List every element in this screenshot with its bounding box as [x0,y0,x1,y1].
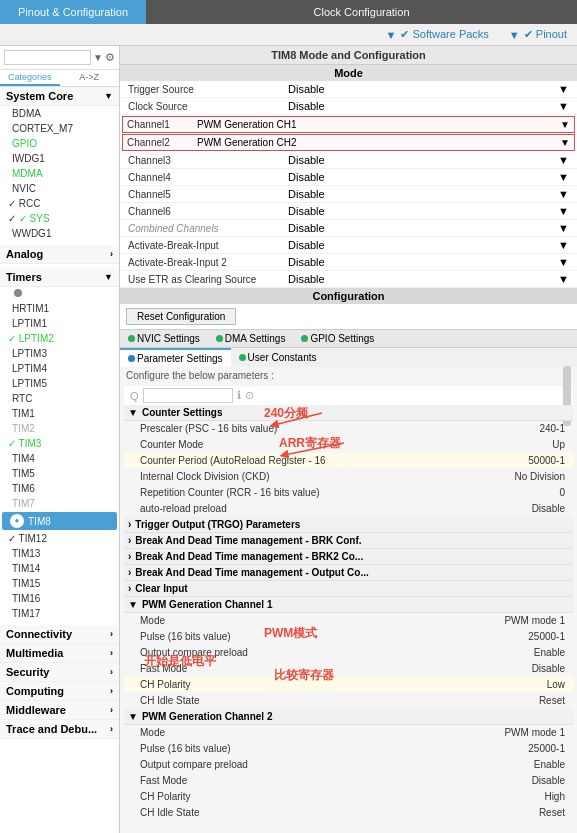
system-core-header[interactable]: System Core ▼ [0,87,119,106]
gear-icon[interactable]: ⚙ [105,51,115,64]
sidebar-item-rtc[interactable]: RTC [0,391,119,406]
tab-az[interactable]: A->Z [60,70,120,86]
mode-header: Mode [120,65,577,81]
security-header[interactable]: Security › [0,663,119,682]
trigger-output-header[interactable]: › Trigger Output (TRGO) Parameters [124,517,573,533]
pinout-item[interactable]: ▼ ✔ Pinout [509,28,567,41]
tab-nvic-settings[interactable]: NVIC Settings [120,330,208,347]
sidebar-item-iwdg1[interactable]: IWDG1 [0,151,119,166]
pwm-ch1-preload: Output compare preload Enable [124,645,573,661]
sidebar-item-lptim4[interactable]: LPTIM4 [0,361,119,376]
pwm-ch1-group: ▼ PWM Generation Channel 1 Mode PWM mode… [124,597,573,709]
info-icon: ℹ [237,389,241,402]
param-row-counter-period: Counter Period (AutoReload Register - 16… [124,453,573,469]
sidebar-item-gpio[interactable]: GPIO [0,136,119,151]
sidebar-item-tim5[interactable]: TIM5 [0,466,119,481]
counter-settings-header[interactable]: ▼ Counter Settings [124,405,573,421]
sidebar-item-lptim5[interactable]: LPTIM5 [0,376,119,391]
tab-categories[interactable]: Categories [0,70,60,86]
mode-rows: Trigger Source Disable ▼ Clock Source Di… [120,81,577,288]
computing-header[interactable]: Computing › [0,682,119,701]
sidebar-item-tim14[interactable]: TIM14 [0,561,119,576]
filter-icon: ⊙ [245,389,254,402]
analog-header[interactable]: Analog › [0,245,119,264]
param-row-prescaler: Prescaler (PSC - 16 bits value) 240-1 [124,421,573,437]
mode-row-trigger-source: Trigger Source Disable ▼ [120,81,577,98]
trace-debug-header[interactable]: Trace and Debu... › [0,720,119,739]
search-icon: Q [130,390,139,402]
mode-row-etr: Use ETR as Clearing Source Disable▼ [120,271,577,288]
param-search-input[interactable] [143,388,233,403]
mode-row-break1: Activate-Break-Input Disable▼ [120,237,577,254]
tab-dma-settings[interactable]: DMA Settings [208,330,294,347]
trigger-output-group: › Trigger Output (TRGO) Parameters [124,517,573,533]
content-area: TIM8 Mode and Configuration Mode Trigger… [120,46,577,833]
pwm-ch2-header[interactable]: ▼ PWM Generation Channel 2 [124,709,573,725]
sidebar-item-tim15[interactable]: TIM15 [0,576,119,591]
sidebar-item-bdma[interactable]: BDMA [0,106,119,121]
sidebar-item-nvic[interactable]: NVIC [0,181,119,196]
clock-config-tab[interactable]: Clock Configuration [146,0,577,24]
timers-header[interactable]: Timers ▼ [0,268,119,287]
sidebar-item-lptim3[interactable]: LPTIM3 [0,346,119,361]
mode-row-channel4: Channel4 Disable▼ [120,169,577,186]
mode-row-combined: Combined Channels Disable▼ [120,220,577,237]
sidebar-item-lptim2[interactable]: ✓ LPTIM2 [0,331,119,346]
brk2-conf-header[interactable]: › Break And Dead Time management - BRK2 … [124,549,573,565]
sidebar-item-tim13[interactable]: TIM13 [0,546,119,561]
sidebar-search-row: ▼ ⚙ [0,46,119,70]
sidebar-item-tim4[interactable]: TIM4 [0,451,119,466]
pwm-ch1-polarity: CH Polarity Low [124,677,573,693]
sidebar-search-input[interactable] [4,50,91,65]
counter-settings-group: ▼ Counter Settings Prescaler (PSC - 16 b… [124,405,573,517]
sidebar-item-tim6[interactable]: TIM6 [0,481,119,496]
sidebar-item-cortex[interactable]: CORTEX_M7 [0,121,119,136]
middleware-header[interactable]: Middleware › [0,701,119,720]
mode-row-break2: Activate-Break-Input 2 Disable▼ [120,254,577,271]
mode-row-channel2: Channel2 PWM Generation CH2 ▼ [122,134,575,151]
tab-parameter-settings[interactable]: Parameter Settings [120,348,231,367]
pwm-ch2-fast: Fast Mode Disable [124,773,573,789]
multimedia-header[interactable]: Multimedia › [0,644,119,663]
sidebar-item-tim1[interactable]: TIM1 [0,406,119,421]
search-dropdown-icon[interactable]: ▼ [93,52,103,63]
sidebar-item-rcc[interactable]: RCC [0,196,119,211]
sidebar-tab-bar: Categories A->Z [0,70,119,87]
brk-conf-header[interactable]: › Break And Dead Time management - BRK C… [124,533,573,549]
pwm-ch2-preload: Output compare preload Enable [124,757,573,773]
sidebar-item-sys[interactable]: ✓ SYS [0,211,119,226]
reset-config-button[interactable]: Reset Configuration [126,308,236,325]
sidebar-item-tim3[interactable]: ✓ TIM3 [0,436,119,451]
sidebar-item-tim17[interactable]: TIM17 [0,606,119,621]
pwm-ch2-pulse: Pulse (16 bits value) 25000-1 [124,741,573,757]
param-row-ckd: Internal Clock Division (CKD) No Divisio… [124,469,573,485]
sidebar-item-hrtim1[interactable]: HRTIM1 [0,301,119,316]
pinout-config-tab[interactable]: Pinout & Configuration [0,0,146,24]
output-co-header[interactable]: › Break And Dead Time management - Outpu… [124,565,573,581]
mode-section: Mode Trigger Source Disable ▼ Clock Sour [120,65,577,288]
pwm-ch1-pulse: Pulse (16 bits value) 25000-1 [124,629,573,645]
pwm-ch1-header[interactable]: ▼ PWM Generation Channel 1 [124,597,573,613]
mode-row-channel6: Channel6 Disable▼ [120,203,577,220]
config-section: Configuration Reset Configuration NVIC S… [120,288,577,833]
tab-user-constants[interactable]: User Constants [231,348,325,367]
sidebar-item-tim16[interactable]: TIM16 [0,591,119,606]
sidebar-item-wwdg1[interactable]: WWDG1 [0,226,119,241]
sidebar-item-tim7[interactable]: TIM7 [0,496,119,511]
mode-row-channel5: Channel5 Disable▼ [120,186,577,203]
software-packs-item[interactable]: ▼ ✔ Software Packs [385,28,488,41]
sidebar-item-tim2[interactable]: TIM2 [0,421,119,436]
sidebar-item-tim8[interactable]: ● TIM8 [2,512,117,530]
sidebar-item-mdma[interactable]: MDMA [0,166,119,181]
sidebar-item-tim12[interactable]: ✓ TIM12 [0,531,119,546]
clear-input-group: › Clear Input [124,581,573,597]
pwm-ch2-mode: Mode PWM mode 1 [124,725,573,741]
params-configure-header: Configure the below parameters : [120,367,577,384]
pwm-ch1-idle: CH Idle State Reset [124,693,573,709]
sidebar-item-lptim1[interactable]: LPTIM1 [0,316,119,331]
connectivity-header[interactable]: Connectivity › [0,625,119,644]
tab-gpio-settings[interactable]: GPIO Settings [293,330,382,347]
clear-input-header[interactable]: › Clear Input [124,581,573,597]
pwm-ch2-idle: CH Idle State Reset [124,805,573,821]
mode-row-channel1: Channel1 PWM Generation CH1 ▼ [122,116,575,133]
